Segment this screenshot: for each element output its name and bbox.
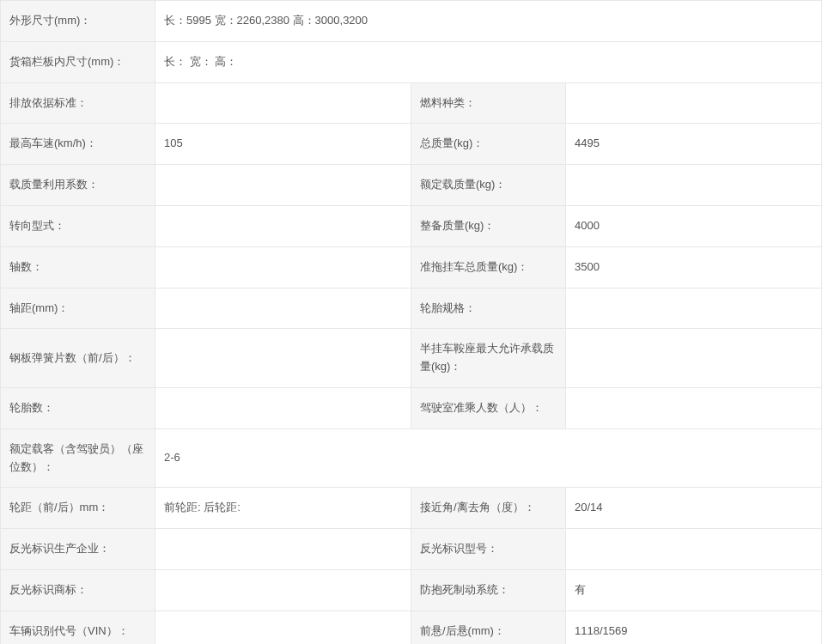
label-tire-count: 轮胎数：	[1, 387, 155, 428]
label-tire-spec: 轮胎规格：	[411, 288, 566, 329]
label-fuel-type: 燃料种类：	[411, 82, 566, 124]
value-rated-mass	[566, 165, 822, 206]
table-row: 钢板弹簧片数（前/后）： 半挂车鞍座最大允许承载质量(kg)：	[1, 329, 822, 388]
label-rated-mass: 额定载质量(kg)：	[411, 165, 566, 206]
value-reflect-brand	[155, 569, 411, 611]
value-rated-pax: 2-6	[155, 428, 822, 488]
value-abs: 有	[566, 569, 822, 611]
label-trailer-mass: 准拖挂车总质量(kg)：	[411, 246, 566, 288]
value-overhang: 1118/1569	[566, 611, 822, 644]
table-row: 排放依据标准： 燃料种类：	[1, 82, 822, 124]
table-row: 轴距(mm)： 轮胎规格：	[1, 288, 822, 329]
label-saddle-max: 半挂车鞍座最大允许承载质量(kg)：	[411, 329, 566, 388]
label-reflect-model: 反光标识型号：	[411, 529, 566, 570]
label-vin: 车辆识别代号（VIN）：	[1, 611, 155, 644]
vehicle-spec-table: 外形尺寸(mm)： 长：5995 宽：2260,2380 高：3000,3200…	[0, 0, 822, 644]
table-row: 货箱栏板内尺寸(mm)： 长： 宽： 高：	[1, 41, 822, 82]
value-axles	[155, 246, 411, 288]
label-emission-std: 排放依据标准：	[1, 82, 155, 124]
label-axles: 轴数：	[1, 246, 155, 288]
table-row: 车辆识别代号（VIN）： 前悬/后悬(mm)： 1118/1569	[1, 611, 822, 644]
table-row: 外形尺寸(mm)： 长：5995 宽：2260,2380 高：3000,3200	[1, 1, 822, 42]
label-max-speed: 最高车速(km/h)：	[1, 124, 155, 165]
value-leaf-spring	[155, 329, 411, 388]
value-approach-angle: 20/14	[566, 488, 822, 529]
label-reflect-brand: 反光标识商标：	[1, 569, 155, 611]
label-cargo-dim: 货箱栏板内尺寸(mm)：	[1, 41, 155, 82]
value-tire-spec	[566, 288, 822, 329]
label-outer-dim: 外形尺寸(mm)：	[1, 1, 155, 42]
value-reflect-model	[566, 529, 822, 570]
table-row: 轮距（前/后）mm： 前轮距: 后轮距: 接近角/离去角（度）： 20/14	[1, 488, 822, 529]
table-row: 载质量利用系数： 额定载质量(kg)：	[1, 165, 822, 206]
value-track: 前轮距: 后轮距:	[155, 488, 411, 529]
label-gross-mass: 总质量(kg)：	[411, 124, 566, 165]
label-wheelbase: 轴距(mm)：	[1, 288, 155, 329]
table-row: 轮胎数： 驾驶室准乘人数（人）：	[1, 387, 822, 428]
table-row: 转向型式： 整备质量(kg)： 4000	[1, 205, 822, 246]
value-load-factor	[155, 165, 411, 206]
label-load-factor: 载质量利用系数：	[1, 165, 155, 206]
label-approach-angle: 接近角/离去角（度）：	[411, 488, 566, 529]
value-emission-std	[155, 82, 411, 124]
value-curb-mass: 4000	[566, 205, 822, 246]
label-abs: 防抱死制动系统：	[411, 569, 566, 611]
value-saddle-max	[566, 329, 822, 388]
value-outer-dim: 长：5995 宽：2260,2380 高：3000,3200	[155, 1, 822, 42]
label-overhang: 前悬/后悬(mm)：	[411, 611, 566, 644]
label-rated-pax: 额定载客（含驾驶员）（座位数）：	[1, 428, 155, 488]
label-leaf-spring: 钢板弹簧片数（前/后）：	[1, 329, 155, 388]
value-gross-mass: 4495	[566, 124, 822, 165]
value-max-speed: 105	[155, 124, 411, 165]
value-fuel-type	[566, 82, 822, 124]
value-reflect-maker	[155, 529, 411, 570]
table-row: 反光标识生产企业： 反光标识型号：	[1, 529, 822, 570]
table-row: 额定载客（含驾驶员）（座位数）： 2-6	[1, 428, 822, 488]
label-track: 轮距（前/后）mm：	[1, 488, 155, 529]
value-cab-pax	[566, 387, 822, 428]
label-reflect-maker: 反光标识生产企业：	[1, 529, 155, 570]
label-curb-mass: 整备质量(kg)：	[411, 205, 566, 246]
table-row: 轴数： 准拖挂车总质量(kg)： 3500	[1, 246, 822, 288]
label-cab-pax: 驾驶室准乘人数（人）：	[411, 387, 566, 428]
label-steering: 转向型式：	[1, 205, 155, 246]
value-trailer-mass: 3500	[566, 246, 822, 288]
value-tire-count	[155, 387, 411, 428]
value-steering	[155, 205, 411, 246]
table-row: 最高车速(km/h)： 105 总质量(kg)： 4495	[1, 124, 822, 165]
value-wheelbase	[155, 288, 411, 329]
table-row: 反光标识商标： 防抱死制动系统： 有	[1, 569, 822, 611]
value-cargo-dim: 长： 宽： 高：	[155, 41, 822, 82]
value-vin	[155, 611, 411, 644]
